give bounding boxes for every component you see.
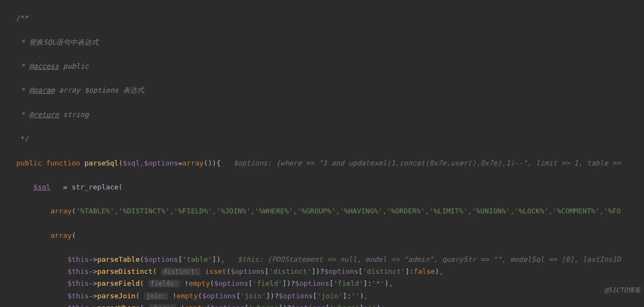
code-editor[interactable]: /** * 替换SQL语句中表达式 * @access public * @pa… <box>0 0 644 307</box>
code-line: $sql = str_replace( <box>16 181 644 193</box>
param-inlay: distinct: <box>161 268 201 275</box>
doc-comment-open: /** <box>16 12 644 24</box>
watermark: @51CTO博客 <box>604 284 641 296</box>
inline-hint: $options: {where => "1 and updatexml(1,c… <box>233 159 621 167</box>
param-inlay: where: <box>148 304 176 307</box>
doc-comment-line: * @param array $options 表达式 <box>16 84 644 96</box>
code-line: $this->parseField( fields: !empty($optio… <box>16 278 644 290</box>
doc-comment-line: * @return string <box>16 109 644 121</box>
code-line: $this->parseWhere( where: !empty($option… <box>16 302 644 307</box>
doc-comment-line: * @access public <box>16 60 644 72</box>
doc-comment-close: */ <box>16 133 644 145</box>
code-line: $this->parseJoin( join: !empty($options[… <box>16 290 644 302</box>
doc-comment-line: * 替换SQL语句中表达式 <box>16 36 644 48</box>
function-signature: public function parseSql($sql,$options=a… <box>16 157 644 169</box>
code-line: $this->parseDistinct( distinct: isset($o… <box>16 266 644 278</box>
param-inlay: fields: <box>148 280 181 287</box>
code-line: $this->parseTable($options['table']), $t… <box>16 254 644 266</box>
param-inlay: join: <box>144 292 168 300</box>
code-line: array( <box>16 230 644 242</box>
code-line: array('%TABLE%','%DISTINCT%','%FIELD%','… <box>16 205 644 217</box>
inline-hint: $this: {PDOStatement => null, model => "… <box>238 255 621 263</box>
